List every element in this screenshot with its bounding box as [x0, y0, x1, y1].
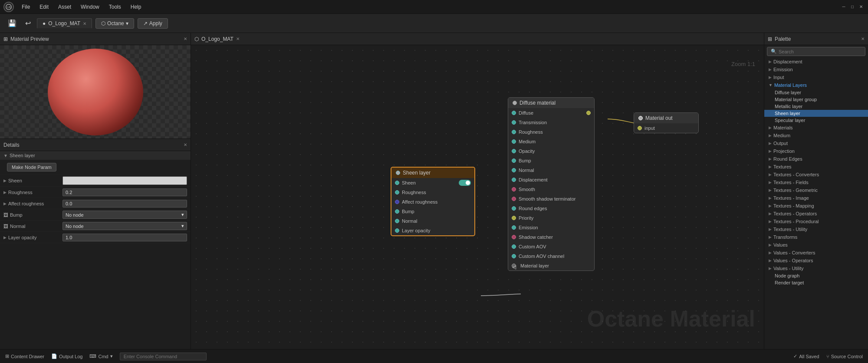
- console-input[interactable]: [120, 353, 207, 360]
- close-button[interactable]: ✕: [858, 3, 865, 10]
- make-node-param-button[interactable]: Make Node Param: [7, 163, 56, 172]
- diffuse-roughness-pin[interactable]: [512, 130, 516, 134]
- palette-item-values-utility[interactable]: ▶ Values - Utility: [764, 264, 868, 272]
- palette-search-input[interactable]: [779, 49, 861, 54]
- history-button[interactable]: ↩: [23, 18, 33, 28]
- palette-item-values[interactable]: ▶ Values: [764, 241, 868, 249]
- custom-aov-pin[interactable]: [512, 244, 516, 249]
- layer-opacity-value[interactable]: 1.0: [62, 234, 187, 241]
- maximize-button[interactable]: □: [849, 3, 856, 10]
- node-canvas[interactable]: Zoom 1:1 Sheen layer Sheen: [191, 45, 764, 349]
- bump-label: 🖼 Bump: [3, 212, 60, 218]
- asset-tab[interactable]: ● O_Logo_MAT ✕: [37, 18, 92, 28]
- palette-item-materials[interactable]: ▶ Materials: [764, 124, 868, 132]
- shadow-catcher-pin[interactable]: [512, 235, 516, 239]
- octane-button[interactable]: ⬡ Octane ▾: [95, 18, 134, 29]
- source-control-button[interactable]: ⑂ Source Control: [826, 354, 863, 359]
- palette-close-button[interactable]: ✕: [861, 36, 865, 41]
- apply-icon: ↗: [143, 20, 148, 26]
- palette-item-medium[interactable]: ▶ Medium: [764, 132, 868, 139]
- layer-opacity-pin[interactable]: [395, 228, 399, 233]
- palette-item-textures-utility[interactable]: ▶ Textures - Utility: [764, 225, 868, 233]
- menu-help[interactable]: Help: [126, 3, 146, 11]
- custom-aov-channel-pin[interactable]: [512, 254, 516, 258]
- bump-pin[interactable]: [395, 209, 399, 214]
- sheen-layer-node[interactable]: Sheen layer Sheen Roughness Affect rough…: [391, 167, 475, 236]
- palette-subitem-specular-layer[interactable]: Specular layer: [764, 117, 868, 124]
- normal-pin[interactable]: [395, 219, 399, 223]
- values-label: Values: [773, 242, 788, 248]
- diffuse-normal-pin[interactable]: [512, 168, 516, 172]
- palette-item-output[interactable]: ▶ Output: [764, 139, 868, 147]
- palette-subitem-node-graph[interactable]: Node graph: [764, 272, 868, 279]
- bump-dropdown[interactable]: No node ▾: [62, 211, 187, 219]
- save-button[interactable]: 💾: [5, 18, 19, 28]
- palette-subitem-sheen-layer[interactable]: Sheen layer: [764, 110, 868, 117]
- palette-subitem-material-layer-group[interactable]: Material layer group: [764, 96, 868, 103]
- diffuse-material-node[interactable]: Diffuse material Diffuse Transmission Ro…: [508, 97, 595, 271]
- all-saved-button[interactable]: ✓ All Saved: [793, 353, 819, 359]
- palette-item-input[interactable]: ▶ Input: [764, 73, 868, 81]
- cmd-button[interactable]: ⌨ Cmd ▾: [89, 353, 112, 359]
- material-out-node[interactable]: Material out input: [634, 112, 699, 133]
- affect-roughness-value[interactable]: 0.0: [62, 200, 187, 208]
- node-editor-close-button[interactable]: ✕: [236, 36, 240, 41]
- palette-item-transforms[interactable]: ▶ Transforms: [764, 233, 868, 241]
- roughness-pin[interactable]: [395, 190, 399, 195]
- palette-item-values-converters[interactable]: ▶ Values - Converters: [764, 249, 868, 257]
- displacement-pin[interactable]: [512, 178, 516, 182]
- palette-item-values-operators[interactable]: ▶ Values - Operators: [764, 257, 868, 264]
- palette-item-round-edges[interactable]: ▶ Round Edges: [764, 155, 868, 163]
- menu-edit[interactable]: Edit: [35, 3, 53, 11]
- transmission-pin[interactable]: [512, 120, 516, 125]
- menu-tools[interactable]: Tools: [105, 3, 125, 11]
- content-drawer-button[interactable]: ⊞ Content Drawer: [5, 353, 44, 359]
- smooth-shadow-pin[interactable]: [512, 197, 516, 201]
- palette-item-material-layers[interactable]: ▼ Material Layers: [764, 81, 868, 89]
- sheen-pin[interactable]: [395, 181, 399, 185]
- palette-item-textures[interactable]: ▶ Textures: [764, 163, 868, 171]
- displacement-label: Displacement: [773, 59, 802, 64]
- roughness-value[interactable]: 0.2: [62, 188, 187, 196]
- palette-item-textures-geometric[interactable]: ▶ Textures - Geometric: [764, 186, 868, 194]
- minimize-button[interactable]: ─: [840, 3, 847, 10]
- preview-close-button[interactable]: ✕: [184, 36, 187, 41]
- normal-dropdown[interactable]: No node ▾: [62, 222, 187, 230]
- material-layer-input-pin[interactable]: ◁: [512, 264, 516, 268]
- palette-search-bar[interactable]: 🔍: [767, 47, 865, 56]
- output-log-button[interactable]: 📄 Output Log: [51, 353, 82, 359]
- sheen-toggle[interactable]: [459, 180, 471, 186]
- diffuse-input-pin[interactable]: [512, 111, 516, 115]
- material-out-input-pin[interactable]: [638, 126, 642, 130]
- diffuse-bump-pin[interactable]: [512, 158, 516, 163]
- menu-window[interactable]: Window: [76, 3, 104, 11]
- apply-button[interactable]: ↗ Apply: [138, 18, 168, 29]
- round-edges-pin[interactable]: [512, 206, 516, 211]
- palette-item-textures-procedural[interactable]: ▶ Textures - Procedural: [764, 218, 868, 225]
- sheen-value[interactable]: [62, 176, 187, 185]
- emission-pin[interactable]: [512, 225, 516, 230]
- priority-pin[interactable]: [512, 216, 516, 220]
- opacity-pin[interactable]: [512, 149, 516, 153]
- palette-item-textures-image[interactable]: ▶ Textures - Image: [764, 194, 868, 202]
- palette-subitem-render-target[interactable]: Render target: [764, 279, 868, 286]
- menu-file[interactable]: File: [17, 3, 34, 11]
- palette-item-emission[interactable]: ▶ Emission: [764, 66, 868, 73]
- palette-item-textures-converters[interactable]: ▶ Textures - Converters: [764, 171, 868, 178]
- layer-opacity-arrow-icon: ▶: [3, 235, 7, 240]
- affect-roughness-pin[interactable]: [395, 200, 399, 204]
- palette-item-textures-fields[interactable]: ▶ Textures - Fields: [764, 178, 868, 186]
- palette-item-textures-mapping[interactable]: ▶ Textures - Mapping: [764, 202, 868, 210]
- palette-subitem-diffuse-layer[interactable]: Diffuse layer: [764, 89, 868, 96]
- palette-item-textures-operators[interactable]: ▶ Textures - Operators: [764, 210, 868, 218]
- palette-subitem-metallic-layer[interactable]: Metallic layer: [764, 103, 868, 110]
- tab-close-icon[interactable]: ✕: [83, 21, 86, 26]
- medium-pin[interactable]: [512, 139, 516, 144]
- details-close-button[interactable]: ✕: [184, 142, 187, 147]
- smooth-pin[interactable]: [512, 187, 516, 191]
- menu-asset[interactable]: Asset: [54, 3, 76, 11]
- roughness-pin-label: Roughness: [402, 190, 426, 195]
- palette-item-projection[interactable]: ▶ Projection: [764, 147, 868, 155]
- diffuse-output-pin[interactable]: [586, 111, 591, 115]
- palette-item-displacement[interactable]: ▶ Displacement: [764, 58, 868, 66]
